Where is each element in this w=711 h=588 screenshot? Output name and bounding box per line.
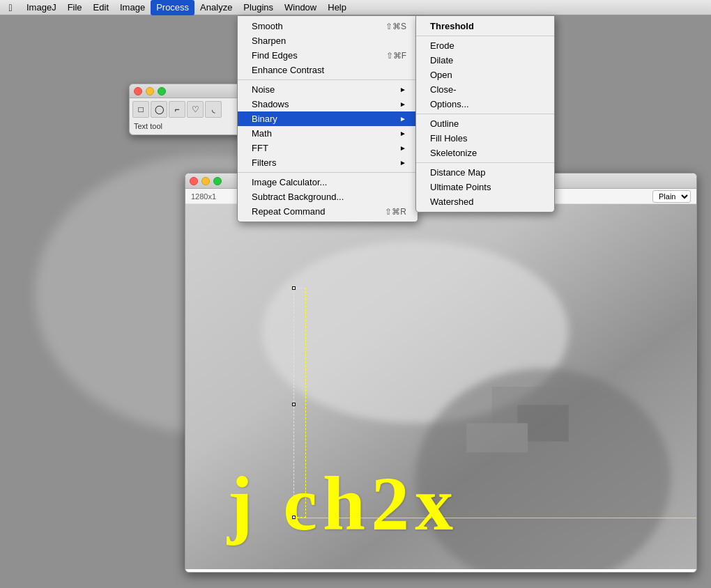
image-window: 1280x1 Plain [185, 173, 697, 573]
tool-window: □ ◯ ⌐ ♡ ◟ Text tool [129, 84, 247, 135]
tool-window-titlebar [130, 84, 247, 98]
submenu-item-threshold[interactable]: Threshold [416, 19, 554, 33]
menubar-item-plugins[interactable]: Plugins [238, 0, 279, 15]
menu-separator-1 [238, 79, 418, 80]
image-close-button[interactable] [190, 177, 198, 185]
tool-icon-freehand[interactable]: ♡ [187, 101, 204, 118]
tool-icon-arrow[interactable]: ◟ [205, 101, 222, 118]
menubar-item-image[interactable]: Image [114, 0, 151, 15]
menu-item-fft[interactable]: FFT ► [238, 141, 418, 155]
menubar-item-analyze[interactable]: Analyze [194, 0, 238, 15]
menubar-item-window[interactable]: Window [279, 0, 322, 15]
selection-box [293, 288, 306, 518]
submenu-separator-3 [416, 162, 554, 163]
close-button[interactable] [134, 87, 142, 95]
menu-item-find-edges[interactable]: Find Edges ⇧⌘F [238, 48, 418, 63]
menu-item-sharpen[interactable]: Sharpen [238, 33, 418, 48]
menu-item-filters[interactable]: Filters ► [238, 155, 418, 170]
submenu-item-close[interactable]: Close- [416, 82, 554, 97]
apple-menu[interactable]:  [0, 2, 21, 13]
image-maximize-button[interactable] [213, 177, 222, 185]
selection-handle-ml[interactable] [292, 403, 296, 406]
menu-item-shadows[interactable]: Shadows ► [238, 97, 418, 111]
menubar-item-help[interactable]: Help [322, 0, 352, 15]
submenu-item-watershed[interactable]: Watershed [416, 194, 554, 209]
submenu-item-options[interactable]: Options... [416, 97, 554, 111]
process-menu: Smooth ⇧⌘S Sharpen Find Edges ⇧⌘F Enhanc… [237, 15, 418, 222]
svg-rect-9 [466, 423, 528, 452]
image-dimensions: 1280x1 [191, 192, 216, 201]
binary-submenu: Threshold Erode Dilate Open Close- Optio… [415, 15, 555, 212]
horizontal-line [293, 518, 696, 518]
image-content: j ch2x [185, 204, 696, 569]
menu-item-repeat-command[interactable]: Repeat Command ⇧⌘R [238, 204, 418, 219]
tool-icon-poly[interactable]: ⌐ [169, 101, 185, 118]
tool-icons-row: □ ◯ ⌐ ♡ ◟ [130, 98, 247, 121]
menu-separator-2 [238, 172, 418, 173]
submenu-item-outline[interactable]: Outline [416, 116, 554, 131]
submenu-item-open[interactable]: Open [416, 68, 554, 82]
tool-label: Text tool [130, 121, 247, 134]
menu-item-math[interactable]: Math ► [238, 126, 418, 141]
menubar-item-process[interactable]: Process [151, 0, 194, 15]
menubar-item-file[interactable]: File [62, 0, 88, 15]
submenu-item-distance-map[interactable]: Distance Map [416, 165, 554, 180]
submenu-separator-1 [416, 36, 554, 36]
menu-item-image-calculator[interactable]: Image Calculator... [238, 175, 418, 189]
menu-item-enhance-contrast[interactable]: Enhance Contrast [238, 63, 418, 77]
font-select[interactable]: Plain [652, 190, 691, 203]
selection-handle-tl[interactable] [292, 286, 296, 290]
minimize-button[interactable] [146, 87, 154, 95]
menu-item-noise[interactable]: Noise ► [238, 82, 418, 97]
maximize-button[interactable] [158, 87, 166, 95]
menu-item-smooth[interactable]: Smooth ⇧⌘S [238, 19, 418, 33]
image-text-overlay: j ch2x [227, 460, 459, 548]
submenu-separator-2 [416, 114, 554, 114]
submenu-item-skeletonize[interactable]: Skeletonize [416, 146, 554, 160]
menu-item-binary[interactable]: Binary ► [238, 111, 418, 126]
submenu-item-dilate[interactable]: Dilate [416, 53, 554, 68]
submenu-item-erode[interactable]: Erode [416, 38, 554, 53]
tool-icon-rect[interactable]: □ [132, 101, 149, 118]
apple-icon:  [8, 2, 12, 13]
menu-item-subtract-background[interactable]: Subtract Background... [238, 189, 418, 204]
submenu-item-ultimate-points[interactable]: Ultimate Points [416, 180, 554, 194]
menubar:  ImageJ File Edit Image Process Analyze… [0, 0, 711, 15]
tool-icon-oval[interactable]: ◯ [151, 101, 167, 118]
menubar-item-imagej[interactable]: ImageJ [21, 0, 62, 15]
menubar-item-edit[interactable]: Edit [88, 0, 114, 15]
image-minimize-button[interactable] [201, 177, 210, 185]
submenu-item-fill-holes[interactable]: Fill Holes [416, 131, 554, 146]
